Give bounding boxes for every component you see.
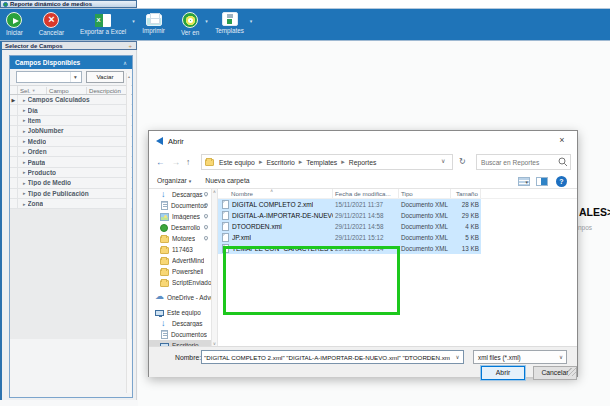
- field-group-row[interactable]: ▶ ▸ Campos Calculados: [10, 95, 132, 105]
- file-row[interactable]: TEMAPLE CON "CARACTERES ESPECIAL... 29/1…: [218, 243, 481, 254]
- toolbar-button[interactable]: Templates: [209, 11, 250, 35]
- file-row[interactable]: DIGITAL-A-IMPORTAR-DE-NUEVO.xml 29/11/20…: [218, 210, 481, 221]
- toolbar-button[interactable]: Exportar a Excel: [74, 11, 132, 36]
- nav-item[interactable]: Documentos: [149, 329, 211, 340]
- nav-item-icon: [160, 269, 169, 276]
- help-icon[interactable]: ?: [556, 176, 567, 187]
- nav-item[interactable]: Este equipo: [149, 307, 211, 318]
- nav-item[interactable]: Imágenes: [149, 211, 211, 222]
- pin-icon[interactable]: +: [128, 43, 132, 49]
- file-date: 29/11/2021 14:58: [333, 210, 399, 221]
- file-row[interactable]: DTOORDEN.xml 29/11/2021 14:58 Documento …: [218, 221, 481, 232]
- expand-icon[interactable]: ▸: [23, 138, 26, 144]
- field-filter-combo[interactable]: ▾: [16, 71, 82, 83]
- toolbar-dropdown-caret[interactable]: ▾: [250, 18, 254, 24]
- filename-caret-icon[interactable]: ∨: [452, 351, 463, 363]
- field-group-row[interactable]: ▶ ▸ Pauta: [10, 157, 132, 167]
- field-group-row[interactable]: ▶ ▸ Día: [10, 105, 132, 115]
- search-input[interactable]: [477, 159, 558, 166]
- column-header-tipo[interactable]: Tipo: [399, 189, 451, 198]
- nav-item-onedrive[interactable]: OneDrive - Advert: [149, 292, 211, 303]
- nav-item[interactable]: Documentos: [149, 200, 211, 211]
- expand-icon[interactable]: ▸: [23, 117, 26, 123]
- toolbar-button[interactable]: Imprimir: [136, 11, 171, 35]
- vaciar-button[interactable]: Vaciar: [86, 71, 124, 83]
- breadcrumb-item[interactable]: Este equipo ▸: [217, 158, 264, 166]
- breadcrumb[interactable]: Este equipo ▸ Escritorio ▸ Templates ▸ R…: [201, 154, 453, 170]
- column-header-nombre[interactable]: Nombre: [218, 189, 333, 198]
- nav-item[interactable]: Powershell: [149, 266, 211, 277]
- field-group-row[interactable]: ▶ ▸ JobNumber: [10, 126, 132, 136]
- refresh-icon[interactable]: ↻: [459, 157, 466, 166]
- expand-icon[interactable]: ▸: [23, 180, 26, 186]
- nav-item[interactable]: Descargas: [149, 318, 211, 329]
- file-row[interactable]: DIGITAL COMPLETO 2.xml 15/11/2021 11:37 …: [218, 199, 481, 210]
- expand-icon[interactable]: ▸: [23, 159, 26, 165]
- nav-item-icon: [160, 213, 169, 221]
- field-group-row[interactable]: ▶ ▸ Medio: [10, 137, 132, 147]
- breadcrumb-item[interactable]: Templates ▸: [304, 158, 347, 166]
- close-icon[interactable]: ×: [547, 131, 577, 150]
- filetype-select[interactable]: xml files (*.xml) ∨: [473, 350, 567, 364]
- toolbar-button[interactable]: Ver en: [175, 11, 205, 37]
- field-group-row[interactable]: ▶ ▸ Item: [10, 116, 132, 126]
- dialog-titlebar[interactable]: Abrir: [149, 131, 577, 151]
- resize-grip[interactable]: [568, 368, 576, 376]
- breadcrumb-item[interactable]: Escritorio ▸: [264, 158, 304, 166]
- view-mode-button[interactable]: ▾: [518, 177, 528, 186]
- nav-item[interactable]: Desarrollo: [149, 222, 211, 233]
- filename-input[interactable]: [202, 354, 452, 361]
- row-indicator: ▶: [10, 105, 18, 114]
- breadcrumb-dropdown-icon[interactable]: ∨: [441, 157, 445, 164]
- campos-disponibles-header[interactable]: Campos Disponibles ∧: [10, 56, 132, 69]
- nav-item[interactable]: Motores: [149, 233, 211, 244]
- search-icon[interactable]: [558, 153, 570, 171]
- field-group-row[interactable]: ▶ ▸ Tipo de Medio: [10, 178, 132, 188]
- expand-icon[interactable]: ▸: [23, 190, 26, 196]
- row-indicator: ▶: [10, 137, 18, 146]
- expand-icon[interactable]: ▸: [23, 169, 26, 175]
- open-button[interactable]: Abrir: [481, 366, 525, 380]
- column-header-fecha[interactable]: Fecha de modifica...: [333, 189, 399, 198]
- filter-caret-icon[interactable]: ▾: [33, 88, 35, 93]
- combo-caret-icon[interactable]: ▾: [70, 72, 80, 82]
- dialog-title: Abrir: [168, 137, 184, 146]
- address-bar-row: ← → ↑ Este equipo ▸ Escritorio ▸ Templat…: [149, 151, 577, 173]
- file-list-header: ∧ Nombre Fecha de modifica... Tipo Tamañ…: [218, 189, 577, 199]
- new-folder-button[interactable]: Nueva carpeta: [205, 177, 249, 184]
- file-size: 28 KB: [451, 199, 481, 210]
- column-header-tamano[interactable]: Tamaño: [451, 189, 481, 198]
- nav-item[interactable]: 117463: [149, 244, 211, 255]
- app-window-tab[interactable]: Reporte dinámico de medios: [0, 0, 137, 8]
- field-group-row[interactable]: ▶ ▸ Producto: [10, 168, 132, 178]
- collapse-icon[interactable]: ∧: [123, 60, 127, 66]
- expand-icon[interactable]: ▸: [23, 128, 26, 134]
- expand-icon[interactable]: ▸: [23, 201, 26, 207]
- selector-de-campos-bar[interactable]: Selector de Campos +: [0, 41, 137, 50]
- nav-scrollbar[interactable]: ∧ ∨: [211, 189, 218, 346]
- fields-grid-header[interactable]: Sel. ▾ Campo Descripción: [10, 85, 132, 95]
- pin-icon: [203, 235, 209, 241]
- expand-icon[interactable]: ▸: [23, 97, 26, 103]
- field-group-row[interactable]: ▶ ▸ Zona: [10, 199, 132, 209]
- nav-item[interactable]: AdvertMind: [149, 255, 211, 266]
- back-icon[interactable]: ←: [156, 157, 165, 167]
- breadcrumb-item[interactable]: Reportes ▸: [347, 158, 379, 166]
- organize-button[interactable]: Organizar: [157, 177, 187, 184]
- column-header-campo[interactable]: Campo: [47, 87, 87, 94]
- field-group-row[interactable]: ▶ ▸ Orden: [10, 147, 132, 157]
- forward-icon[interactable]: →: [172, 157, 181, 167]
- panel-scrollbar[interactable]: ▴: [126, 73, 131, 393]
- nav-item[interactable]: Descargas: [149, 189, 211, 200]
- toolbar-button[interactable]: Iniciar: [0, 11, 29, 37]
- up-icon[interactable]: ↑: [186, 157, 190, 167]
- expand-icon[interactable]: ▸: [23, 107, 26, 113]
- expand-icon[interactable]: ▸: [23, 149, 26, 155]
- preview-pane-icon[interactable]: [536, 177, 548, 186]
- file-row[interactable]: JP.xml 29/11/2021 15:12 Documento XML 5 …: [218, 232, 481, 243]
- column-header-sel[interactable]: Sel. ▾: [18, 87, 47, 94]
- nav-item[interactable]: ScriptEnviadosW: [149, 277, 211, 288]
- field-group-row[interactable]: ▶ ▸ Tipo de Publicación: [10, 189, 132, 199]
- toolbar-button[interactable]: Cancelar: [33, 11, 70, 37]
- sidebar: Campos Disponibles ∧ ▾ Vaciar Sel. ▾ Cam…: [0, 50, 137, 400]
